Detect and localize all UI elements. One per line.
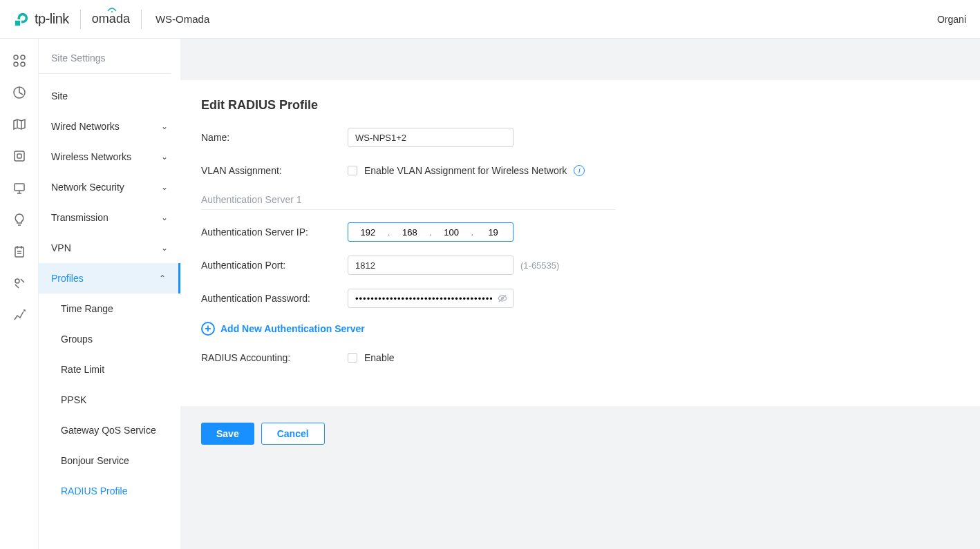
sub-item-radius[interactable]: RADIUS Profile: [39, 476, 180, 506]
svg-rect-9: [15, 184, 24, 191]
svg-rect-7: [15, 151, 24, 161]
panel-title: Edit RADIUS Profile: [201, 98, 959, 113]
row-auth-ip: Authentication Server IP: . . .: [201, 222, 959, 242]
auth-ip-input[interactable]: . . .: [348, 222, 513, 242]
add-auth-server-link[interactable]: + Add New Authentication Server: [201, 322, 959, 336]
label-vlan: VLAN Assignment:: [201, 165, 348, 176]
sidebar-item-label: Wired Networks: [51, 121, 120, 132]
auth-pwd-input[interactable]: [348, 289, 513, 308]
ip-dot: .: [471, 227, 474, 238]
cancel-button[interactable]: Cancel: [261, 423, 325, 445]
header-left: tp-link omada WS-Omada: [14, 10, 209, 29]
sub-item-gateway-qos[interactable]: Gateway QoS Service: [39, 415, 180, 445]
eye-off-icon[interactable]: [497, 293, 508, 306]
header-right-text[interactable]: Organi: [937, 14, 966, 25]
chevron-down-icon: ⌄: [161, 122, 168, 131]
add-link-text: Add New Authentication Server: [220, 323, 365, 334]
sub-item-bonjour[interactable]: Bonjour Service: [39, 445, 180, 476]
tplink-icon: [14, 12, 29, 27]
accounting-check-label: Enable: [364, 352, 395, 363]
ip-octet-4[interactable]: [478, 227, 509, 238]
svg-rect-8: [17, 154, 21, 158]
svg-point-1: [111, 11, 113, 12]
sub-item-groups[interactable]: Groups: [39, 324, 180, 354]
sidebar-item-wireless[interactable]: Wireless Networks⌄: [39, 142, 180, 172]
device-icon[interactable]: [12, 149, 26, 163]
client-icon[interactable]: [12, 181, 26, 195]
save-button[interactable]: Save: [201, 423, 254, 445]
wifi-icon: [107, 8, 117, 13]
svg-rect-10: [15, 247, 23, 257]
tplink-text: tp-link: [35, 11, 69, 27]
chevron-down-icon: ⌄: [161, 243, 168, 253]
label-auth-pwd: Authentication Password:: [201, 293, 348, 304]
chevron-down-icon: ⌄: [161, 213, 168, 222]
header: tp-link omada WS-Omada Organi: [0, 0, 980, 39]
log-icon[interactable]: [12, 244, 26, 258]
sidebar-item-security[interactable]: Network Security⌄: [39, 172, 180, 202]
sidebar-item-vpn[interactable]: VPN⌄: [39, 233, 180, 263]
edit-panel: Edit RADIUS Profile Name: VLAN Assignmen…: [180, 80, 980, 406]
sidebar-heading: Site Settings: [39, 52, 171, 74]
chevron-down-icon: ⌄: [161, 182, 168, 192]
sidebar-item-transmission[interactable]: Transmission⌄: [39, 202, 180, 233]
row-vlan: VLAN Assignment: Enable VLAN Assignment …: [201, 161, 959, 180]
sidebar-item-label: Network Security: [51, 182, 124, 193]
port-hint: (1-65535): [520, 260, 559, 271]
chevron-down-icon: ⌄: [161, 152, 168, 162]
tp-link-logo[interactable]: tp-link: [14, 11, 69, 27]
section-auth-server-1: Authentication Server 1: [201, 194, 616, 210]
sidebar-item-label: Wireless Networks: [51, 151, 131, 162]
sub-item-ppsk[interactable]: PPSK: [39, 385, 180, 415]
vlan-checkbox[interactable]: [348, 166, 357, 175]
sidebar-item-label: Transmission: [51, 212, 109, 223]
plus-icon: +: [201, 322, 215, 336]
label-name: Name:: [201, 132, 348, 143]
sub-item-time-range[interactable]: Time Range: [39, 293, 180, 324]
insight-icon[interactable]: [12, 213, 26, 227]
ip-octet-1[interactable]: [352, 227, 383, 238]
svg-point-11: [15, 279, 19, 283]
sidebar-item-label: VPN: [51, 242, 71, 253]
info-icon[interactable]: i: [574, 165, 585, 176]
header-divider-2: [141, 10, 142, 29]
name-input[interactable]: [348, 128, 513, 147]
content-area: Edit RADIUS Profile Name: VLAN Assignmen…: [180, 39, 980, 549]
sidebar-item-label: Profiles: [51, 273, 84, 284]
row-accounting: RADIUS Accounting: Enable: [201, 348, 959, 367]
label-auth-ip: Authentication Server IP:: [201, 227, 348, 238]
label-accounting: RADIUS Accounting:: [201, 352, 348, 363]
vlan-check-label: Enable VLAN Assignment for Wireless Netw…: [364, 165, 567, 176]
sidebar-item-label: Site: [51, 90, 68, 102]
sub-item-rate-limit[interactable]: Rate Limit: [39, 354, 180, 385]
omada-logo[interactable]: omada: [92, 12, 130, 26]
svg-point-4: [14, 62, 18, 66]
stats-icon[interactable]: [12, 86, 26, 99]
header-divider: [80, 10, 81, 29]
omada-text: omada: [92, 12, 130, 26]
sidebar-item-site[interactable]: Site: [39, 81, 180, 111]
svg-point-5: [21, 62, 25, 66]
svg-point-3: [21, 55, 25, 59]
svg-point-2: [14, 55, 18, 59]
icon-rail: [0, 39, 39, 549]
chevron-up-icon: ⌃: [159, 273, 166, 283]
sidebar-item-wired[interactable]: Wired Networks⌄: [39, 111, 180, 142]
workspace-name[interactable]: WS-Omada: [156, 13, 209, 25]
accounting-checkbox[interactable]: [348, 353, 357, 363]
dashboard-icon[interactable]: [12, 54, 26, 68]
ip-dot: .: [388, 227, 390, 238]
map-icon[interactable]: [12, 117, 26, 131]
report-icon[interactable]: [12, 308, 26, 322]
sidebar: Site Settings Site Wired Networks⌄ Wirel…: [39, 39, 180, 549]
ip-octet-2[interactable]: [395, 227, 425, 238]
form-buttons: Save Cancel: [180, 406, 980, 445]
ip-octet-3[interactable]: [436, 227, 467, 238]
sidebar-item-profiles[interactable]: Profiles⌃: [39, 263, 180, 293]
svg-rect-0: [15, 20, 20, 25]
auth-port-input[interactable]: [348, 256, 513, 275]
label-auth-port: Authentication Port:: [201, 260, 348, 271]
row-name: Name:: [201, 128, 959, 147]
settings-icon[interactable]: [12, 276, 26, 290]
row-auth-port: Authentication Port: (1-65535): [201, 256, 959, 275]
